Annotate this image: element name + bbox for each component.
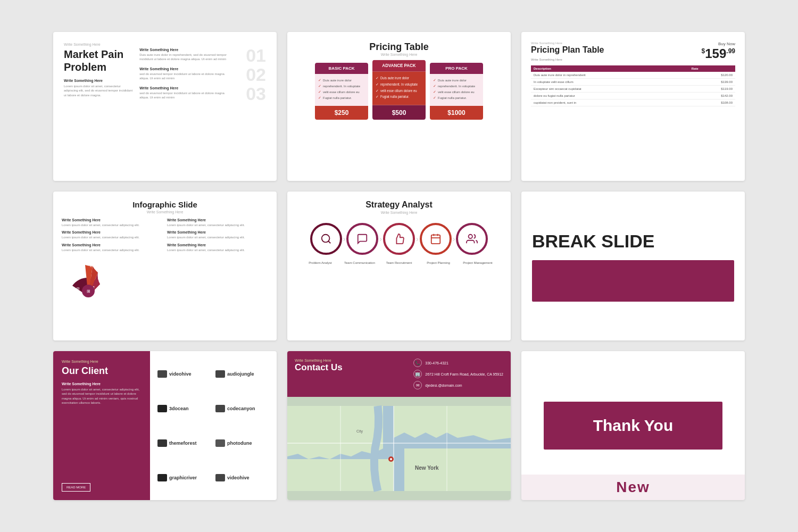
circle-2 bbox=[346, 223, 378, 255]
price-cards: BASIC PACK ✓Duis aute irure dolor ✓repre… bbox=[315, 63, 483, 120]
slide-strategy: Strategy Analyst Write Something Here › … bbox=[287, 192, 511, 340]
arrow-4: › bbox=[453, 235, 455, 243]
thank-you-text: Thank You bbox=[593, 417, 674, 435]
label-team-comm: Team Communication bbox=[340, 261, 379, 264]
card-pro-price: $1000 bbox=[430, 106, 483, 120]
slide-break: BREAK SLIDE bbox=[521, 192, 745, 340]
map-svg: New York City bbox=[287, 397, 511, 500]
inf-r-label-3: Write Something Here bbox=[167, 243, 268, 247]
section-text-3: sed do eiusmod tempor incididunt ut labo… bbox=[139, 91, 228, 100]
slide-contact: Write Something Here Contact Us 📞 330-47… bbox=[287, 351, 511, 500]
table-row: Excepteur sint occaecat cupidatat$119.00 bbox=[531, 86, 735, 93]
phone-number: 330-476-4321 bbox=[425, 361, 448, 365]
new-badge: New bbox=[521, 475, 745, 500]
logo-codecanyon: codecanyon bbox=[215, 405, 269, 412]
svg-text:01: 01 bbox=[77, 287, 80, 290]
table-row: Duis aute irure dolor in reprehenderit$1… bbox=[531, 72, 735, 79]
inf-text-3: Lorem ipsum dolor sit amet, consectetur … bbox=[62, 248, 163, 252]
card-basic: BASIC PACK ✓Duis aute irure dolor ✓repre… bbox=[315, 63, 368, 120]
inf-r-label-2: Write Something Here bbox=[167, 230, 268, 234]
label-planning: Project Planning bbox=[419, 261, 458, 264]
arrow-2: › bbox=[379, 235, 382, 243]
circle-4 bbox=[420, 223, 452, 255]
num-3: 03 bbox=[246, 84, 266, 104]
contact-title: Contact Us bbox=[295, 362, 343, 373]
card-basic-body: ✓Duis aute irure dolor ✓reprehenderit. I… bbox=[315, 74, 368, 106]
card-advance-price: $500 bbox=[372, 105, 426, 120]
slide-pricing-plan: Write Something Here Pricing Plan Table … bbox=[521, 32, 745, 181]
contact-details: 📞 330-476-4321 🏢 2672 Hill Croft Farm Ro… bbox=[413, 359, 503, 389]
pricing-table: Description Rate Duis aute irure dolor i… bbox=[531, 65, 735, 106]
infographic-sub: Write Something Here bbox=[62, 210, 268, 214]
svg-text:City: City bbox=[356, 429, 363, 434]
logo-icon bbox=[215, 439, 225, 447]
inf-label-1: Write Something Here bbox=[62, 218, 163, 222]
logo-themeforest: themeforest bbox=[157, 439, 211, 447]
svg-text:03: 03 bbox=[98, 277, 101, 280]
circle-5 bbox=[456, 223, 488, 255]
client-body-label: Write Something Here bbox=[62, 382, 142, 386]
logo-photodune: photodune bbox=[215, 439, 269, 447]
card-pro: PRO PACK ✓Duis aute irure dolor ✓reprehe… bbox=[430, 63, 483, 120]
card-advance-header: ADVANCE PACK bbox=[372, 60, 426, 72]
svg-point-13 bbox=[469, 235, 472, 238]
buy-area: Buy Now $159.99 bbox=[702, 41, 735, 61]
email-icon: ✉ bbox=[413, 381, 422, 389]
pricing-title: Pricing Table bbox=[369, 41, 429, 53]
client-left: Write Something Here Our Client Write So… bbox=[53, 351, 150, 500]
table-row: dolore eu fugiat nulla pariatur$142.00 bbox=[531, 93, 735, 99]
fan-chart: 01 02 03 04 05 ⊞ bbox=[62, 256, 115, 299]
contact-write-sm: Write Something Here bbox=[295, 359, 343, 362]
contact-top: Write Something Here Contact Us 📞 330-47… bbox=[287, 351, 511, 397]
card-advance: ADVANCE PACK ✓Duis aute irure dolor ✓rep… bbox=[372, 60, 426, 120]
circle-1 bbox=[310, 223, 342, 255]
logo-icon bbox=[215, 405, 225, 412]
inf-label-3: Write Something Here bbox=[62, 243, 163, 247]
pricing-sub: Write Something Here bbox=[381, 53, 418, 56]
logo-graphicriver: graphicriver bbox=[157, 474, 211, 481]
inf-r-text-3: Lorem ipsum dolor sit amet, consectetur … bbox=[167, 248, 268, 252]
inf-label-2: Write Something Here bbox=[62, 230, 163, 234]
logo-icon bbox=[215, 370, 225, 378]
strategy-sub: Write Something Here bbox=[381, 211, 418, 214]
card-basic-header: BASIC PACK bbox=[315, 63, 368, 74]
slide-market-pain: Write Something Here Market Pain Problem… bbox=[53, 32, 277, 181]
table-row: In voluptate velit esse cillum$139.00 bbox=[531, 79, 735, 86]
buy-label: Buy Now bbox=[702, 41, 735, 46]
table-row: cupidatat non proident, sunt in$108.00 bbox=[531, 99, 735, 106]
map-area: New York City bbox=[287, 397, 511, 500]
address-text: 2672 Hill Croft Farm Road, Arbuckle, CA … bbox=[425, 372, 503, 376]
col-description: Description bbox=[531, 65, 689, 72]
client-logos: videohive audiojungle 3docean codecanyon… bbox=[150, 351, 277, 500]
contact-email-row: ✉ djedesi.@domain.com bbox=[413, 381, 503, 389]
read-more-btn[interactable]: READ MORE bbox=[62, 483, 90, 492]
email-text: djedesi.@domain.com bbox=[425, 384, 462, 387]
section-text-1: Duis aute irure dolor in reprehenderit, … bbox=[139, 53, 228, 62]
contact-address-row: 🏢 2672 Hill Croft Farm Road, Arbuckle, C… bbox=[413, 370, 503, 378]
write-label-top: Write Something Here bbox=[64, 43, 266, 46]
logo-3docean: 3docean bbox=[157, 405, 211, 412]
label-mgmt: Project Management bbox=[459, 261, 497, 264]
body-text: Lorem ipsum dolor sit amet, consectetur … bbox=[64, 84, 134, 97]
svg-text:05: 05 bbox=[90, 264, 93, 268]
slide-thank-you: Thank You New bbox=[521, 351, 745, 500]
logo-videohive: videohive bbox=[157, 370, 211, 378]
contact-phone-row: 📞 330-476-4321 bbox=[413, 359, 503, 367]
label-recruit: Team Recruitment bbox=[380, 261, 418, 264]
svg-text:⊞: ⊞ bbox=[87, 289, 90, 294]
client-write-sm: Write Something Here bbox=[62, 360, 142, 363]
slide-pricing-table: Pricing Table Write Something Here BASIC… bbox=[287, 32, 511, 181]
contact-left: Write Something Here Contact Us bbox=[295, 359, 343, 373]
logo-icon bbox=[157, 370, 167, 378]
svg-point-20 bbox=[390, 458, 392, 460]
num-1: 01 bbox=[246, 45, 266, 66]
logo-icon bbox=[157, 439, 167, 447]
logo-icon bbox=[157, 474, 167, 481]
strategy-title: Strategy Analyst bbox=[365, 200, 433, 210]
logo-icon bbox=[215, 474, 225, 481]
card-basic-price: $250 bbox=[315, 106, 368, 120]
col-rate: Rate bbox=[689, 65, 735, 72]
client-body-text: Lorem ipsum dolor sit amet, consectetur … bbox=[62, 387, 142, 405]
thank-you-box: Thank You bbox=[544, 402, 722, 450]
strategy-labels: Problem Analyst Team Communication Team … bbox=[301, 261, 497, 264]
